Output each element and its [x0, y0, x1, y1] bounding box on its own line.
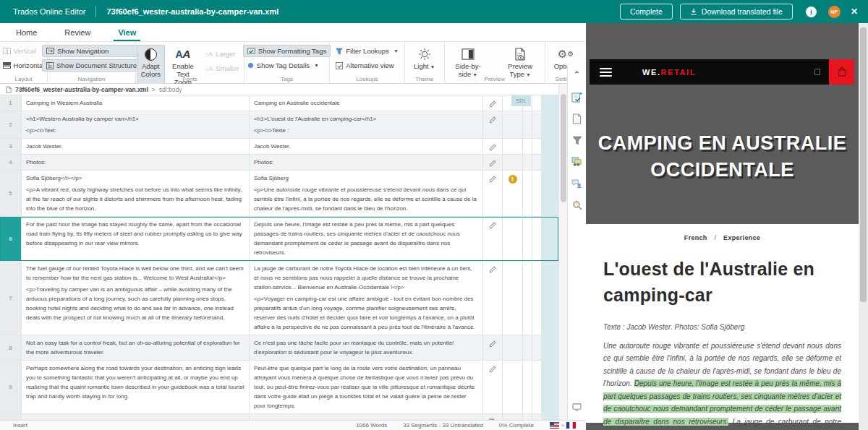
breadcrumb-category[interactable]: Experience — [723, 234, 760, 241]
grid-scrollbar[interactable] — [558, 84, 567, 420]
segment-number[interactable]: 9 — [0, 361, 22, 413]
target-segment-cell[interactable]: La jauge de carburant de notre Toyota Hi… — [250, 261, 483, 335]
segment-number[interactable]: 2 — [0, 111, 22, 138]
segment-status-cell[interactable]: ! — [503, 171, 523, 216]
cart-icon — [838, 67, 846, 77]
edit-pencil-icon[interactable] — [483, 139, 503, 154]
alternative-view-button[interactable]: Alternative view — [331, 59, 403, 72]
show-tag-details-button[interactable]: Show Tag Details ▼ — [243, 59, 331, 72]
segment-number[interactable]: 7 — [0, 261, 22, 335]
segment-number[interactable]: 3 — [0, 139, 22, 154]
sdl-origin-cell — [542, 155, 558, 170]
insert-mode-indicator: Insert — [13, 422, 27, 429]
grid-scrollbar-thumb[interactable] — [561, 94, 566, 202]
source-segment-cell[interactable]: Not an easy task for a control freak, bu… — [22, 335, 250, 360]
breadcrumb-file[interactable]: 73f60ef6_wester-australia-by-camper-van.… — [15, 86, 148, 93]
segment-number[interactable]: 5 — [0, 171, 22, 216]
language-pair[interactable]: > — [550, 422, 576, 429]
ribbon-group-layout: Vertical Horizontal Layout — [0, 42, 48, 83]
tab-view[interactable]: View — [116, 25, 137, 40]
navbar-search-icon[interactable] — [814, 69, 820, 75]
source-segment-cell[interactable]: <h1>Western Australia by camper van</h1>… — [22, 111, 250, 138]
segment-number[interactable]: 6 — [0, 217, 22, 260]
edit-pencil-icon[interactable] — [483, 95, 503, 111]
smaller-text-button[interactable]: ↓A Smaller — [201, 62, 244, 74]
preview-scrollbar[interactable] — [859, 23, 868, 430]
warning-icon[interactable]: ! — [509, 175, 517, 184]
target-segment-cell[interactable]: <h1>L'ouest de l'Australie en camping-ca… — [250, 111, 483, 138]
sdl-origin-cell — [542, 414, 558, 420]
source-segment-cell[interactable]: Jacob Wester. — [22, 139, 250, 154]
segment-number[interactable]: 1 — [0, 95, 22, 111]
preview-scrollbar-thumb[interactable] — [860, 27, 867, 302]
sdl-origin-cell — [542, 361, 558, 413]
download-translated-file-button[interactable]: Download translated file — [680, 4, 793, 20]
source-segment-cell[interactable]: Perhaps somewhere along the road towards… — [22, 361, 250, 413]
source-segment-cell[interactable]: The fuel gauge of our rented Toyota Hiac… — [22, 261, 250, 335]
hamburger-menu-icon[interactable] — [600, 68, 612, 77]
show-navigation-icon — [46, 48, 54, 54]
show-formatting-tags-button[interactable]: Show Formatting Tags — [243, 45, 331, 57]
translation-results-icon[interactable] — [571, 156, 583, 168]
theme-light-button[interactable]: Light▼ — [409, 45, 440, 73]
breadcrumb-language[interactable]: French — [684, 234, 707, 241]
edit-pencil-icon[interactable] — [483, 261, 503, 335]
breadcrumb-node[interactable]: sdl:body — [159, 86, 182, 93]
filter-lookups-button[interactable]: Filter Lookups ▼ — [331, 45, 403, 57]
filter-icon[interactable] — [571, 134, 583, 146]
collapse-ribbon-chevron-icon[interactable]: ⌃ — [571, 68, 583, 79]
edit-pencil-icon[interactable] — [483, 361, 503, 413]
edit-pencil-icon[interactable] — [483, 217, 503, 260]
comments-icon[interactable] — [571, 178, 583, 189]
sdl-origin-cell — [542, 139, 558, 154]
document-preview-icon[interactable] — [571, 113, 583, 124]
edit-pencil-icon[interactable] — [483, 155, 503, 170]
tab-home[interactable]: Home — [14, 25, 38, 40]
avatar[interactable]: NP — [828, 6, 841, 18]
larger-text-button[interactable]: ↑A Larger — [201, 48, 244, 60]
segment-number[interactable]: 10 — [0, 414, 22, 420]
segment-number[interactable]: 8 — [0, 335, 22, 360]
show-document-structure-button[interactable]: Show Document Structure — [42, 59, 141, 72]
target-segment-cell[interactable]: Sofia Sjöberg<p>Une autoroute rouge vibr… — [250, 171, 483, 216]
larger-text-icon: ↑A — [205, 51, 213, 58]
source-segment-cell[interactable]: Just get back in your van and go look fo… — [22, 414, 250, 420]
info-icon[interactable]: i — [806, 7, 817, 17]
close-icon[interactable]: ✕ — [851, 7, 858, 17]
source-segment-cell[interactable]: Sofia Sjöberg</i></p><p>A vibrant red, d… — [22, 171, 250, 216]
search-icon[interactable] — [571, 199, 583, 211]
sdl-origin-cell — [542, 261, 558, 335]
target-segment-cell[interactable]: Photos: — [250, 155, 483, 170]
target-segment-cell[interactable]: Depuis une heure, l'image est restée à p… — [250, 217, 483, 260]
tab-review[interactable]: Review — [63, 25, 92, 40]
target-segment-cell[interactable] — [250, 414, 483, 420]
target-language-flag-fr-icon — [566, 422, 576, 429]
source-segment-cell[interactable]: For the past hour the image has stayed r… — [22, 217, 250, 260]
target-segment-cell[interactable]: Jacob Wester. — [250, 139, 483, 154]
edit-pencil-icon[interactable] — [483, 335, 503, 360]
cart-button[interactable] — [829, 59, 854, 85]
target-segment-cell[interactable]: Peut-être que quelque part le long de la… — [250, 361, 483, 413]
ribbon-group-fonts: Adapt Colors AA Enable Text Zoom ↑A Larg… — [136, 42, 244, 83]
spacer-cell — [532, 111, 542, 138]
edit-pencil-icon[interactable] — [483, 111, 503, 138]
segment-number[interactable]: 4 — [0, 155, 22, 170]
source-segment-cell[interactable]: Photos: — [22, 155, 250, 170]
spacer-cell — [523, 217, 532, 260]
vertical-layout-icon — [3, 48, 11, 54]
target-segment-cell[interactable]: Ce n'est pas une tâche facile pour un ma… — [250, 335, 483, 360]
ribbon-group-preview: Side-by-side▼ Preview Type▼ Preview — [445, 42, 545, 83]
segment-status-cell — [503, 361, 523, 413]
show-navigation-button[interactable]: Show Navigation — [42, 45, 141, 57]
source-segment-cell[interactable]: Camping in Western Australia — [22, 95, 250, 111]
display-icon[interactable] — [571, 401, 583, 413]
brand-logo[interactable]: WE.RETAIL — [642, 68, 696, 77]
complete-button[interactable]: Complete — [620, 4, 673, 20]
verify-document-icon[interactable] — [571, 91, 583, 103]
segment-status-cell — [503, 139, 523, 154]
target-segment-cell[interactable]: Camping en Australie occidentale — [250, 95, 483, 111]
edit-pencil-icon[interactable] — [483, 171, 503, 216]
formatting-tags-icon — [247, 48, 255, 54]
spacer-cell — [523, 171, 532, 216]
draft-document-icon[interactable] — [483, 414, 503, 420]
